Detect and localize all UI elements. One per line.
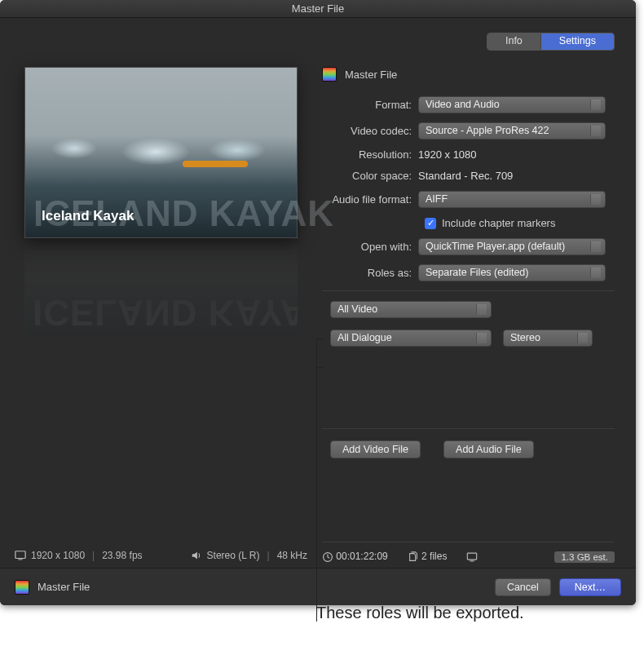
window-title: Master File <box>0 0 636 18</box>
audiofmt-label: Audio file format: <box>322 193 418 206</box>
dialog-footer: Master File Cancel Next… <box>0 568 636 605</box>
rolesas-label: Roles as: <box>322 267 418 279</box>
export-dialog: Master File ICELAND KAYAK Iceland Kayak … <box>0 0 636 605</box>
preview-audio-channels: Stereo (L R) <box>207 550 260 561</box>
footer-title: Master File <box>37 581 90 593</box>
film-icon <box>15 580 29 595</box>
section-title: Master File <box>345 69 397 81</box>
format-label: Format: <box>322 99 418 111</box>
codec-label: Video codec: <box>322 125 418 137</box>
svg-rect-3 <box>468 553 477 560</box>
callout-tick <box>316 338 324 339</box>
callout-text: These roles will be exported. <box>316 604 524 622</box>
cancel-button[interactable]: Cancel <box>495 578 551 596</box>
codec-select[interactable]: Source - Apple ProRes 422▲▼ <box>418 122 606 139</box>
thumb-overlay-title: Iceland Kayak <box>42 208 134 224</box>
tab-info[interactable]: Info <box>487 33 541 50</box>
duration-value: 00:01:22:09 <box>336 551 387 562</box>
chapter-markers-label: Include chapter markers <box>442 217 555 229</box>
dialogue-role-select[interactable]: All Dialogue▲▼ <box>330 330 492 347</box>
speaker-icon <box>191 550 202 561</box>
screen-icon <box>15 550 26 561</box>
colorspace-label: Color space: <box>322 170 418 182</box>
format-select[interactable]: Video and Audio▲▼ <box>418 96 606 113</box>
openwith-select[interactable]: QuickTime Player.app (default)▲▼ <box>418 238 606 255</box>
monitor-icon <box>466 551 478 563</box>
settings-pane: Info Settings Master File Format: Video … <box>322 18 636 568</box>
callout-line <box>316 338 317 622</box>
clock-icon <box>322 551 333 563</box>
roles-area: All Video▲▼ All Dialogue▲▼ Stereo▲▼ Add … <box>322 290 615 458</box>
tab-group: Info Settings <box>487 33 615 51</box>
size-estimate: 1.3 GB est. <box>554 551 615 563</box>
svg-rect-1 <box>18 559 22 560</box>
add-audio-file-button[interactable]: Add Audio File <box>443 440 534 458</box>
callout-tick <box>316 367 324 368</box>
next-button[interactable]: Next… <box>559 578 621 596</box>
openwith-label: Open with: <box>322 241 418 253</box>
files-icon <box>408 551 419 563</box>
thumbnail-reflection: ICELAND KAYAK <box>24 238 298 336</box>
svg-rect-0 <box>15 551 25 559</box>
rolesas-select[interactable]: Separate Files (edited)▲▼ <box>418 264 606 281</box>
chapter-markers-checkbox[interactable]: ✓ <box>425 218 436 229</box>
export-status-bar: 00:01:22:09 2 files 1.3 GB est. <box>322 542 615 563</box>
resolution-value: 1920 x 1080 <box>418 148 477 161</box>
colorspace-value: Standard - Rec. 709 <box>418 170 513 182</box>
audiofmt-select[interactable]: AIFF▲▼ <box>418 191 606 208</box>
tab-settings[interactable]: Settings <box>541 33 614 50</box>
dialogue-mix-select[interactable]: Stereo▲▼ <box>503 330 593 347</box>
preview-resolution: 1920 x 1080 <box>31 550 85 561</box>
preview-audio-rate: 48 kHz <box>277 550 307 561</box>
video-role-select[interactable]: All Video▲▼ <box>330 301 492 318</box>
resolution-label: Resolution: <box>322 148 418 161</box>
kayak-graphic <box>183 161 248 167</box>
files-value: 2 files <box>421 551 447 562</box>
film-icon <box>322 67 337 82</box>
svg-rect-4 <box>470 560 474 561</box>
add-video-file-button[interactable]: Add Video File <box>330 440 421 458</box>
preview-pane: ICELAND KAYAK Iceland Kayak ICELAND KAYA… <box>0 18 322 568</box>
preview-fps: 23.98 fps <box>102 550 142 561</box>
video-thumbnail: ICELAND KAYAK Iceland Kayak <box>24 67 298 238</box>
